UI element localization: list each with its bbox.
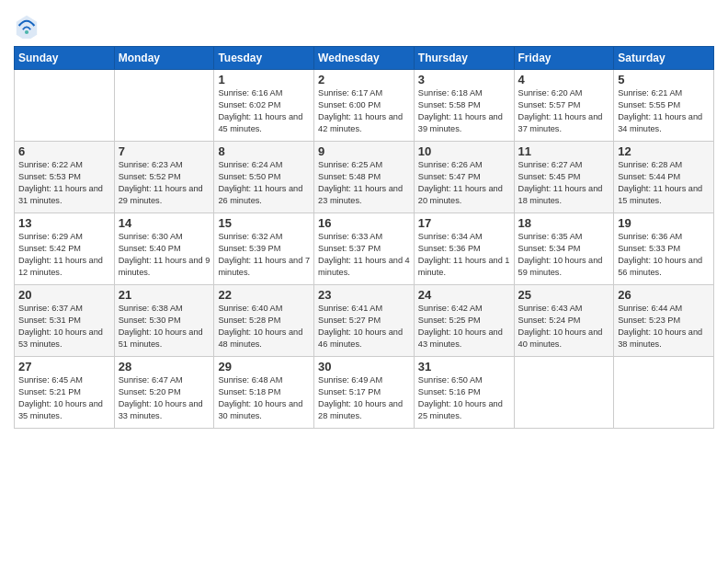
day-number: 14 <box>119 216 210 230</box>
day-info: Sunrise: 6:17 AM Sunset: 6:00 PM Dayligh… <box>318 87 410 135</box>
calendar-table: SundayMondayTuesdayWednesdayThursdayFrid… <box>14 46 714 429</box>
calendar-cell: 28Sunrise: 6:47 AM Sunset: 5:20 PM Dayli… <box>114 357 214 429</box>
calendar-cell: 9Sunrise: 6:25 AM Sunset: 5:48 PM Daylig… <box>314 142 415 213</box>
calendar-cell: 3Sunrise: 6:18 AM Sunset: 5:58 PM Daylig… <box>414 70 514 142</box>
calendar-cell: 14Sunrise: 6:30 AM Sunset: 5:40 PM Dayli… <box>114 213 214 285</box>
calendar-cell: 20Sunrise: 6:37 AM Sunset: 5:31 PM Dayli… <box>15 285 115 357</box>
calendar-cell: 8Sunrise: 6:24 AM Sunset: 5:50 PM Daylig… <box>214 142 314 213</box>
day-number: 22 <box>218 288 310 302</box>
calendar-cell <box>614 357 714 429</box>
day-number: 12 <box>618 144 710 158</box>
day-info: Sunrise: 6:23 AM Sunset: 5:52 PM Dayligh… <box>119 159 210 207</box>
calendar-cell <box>114 70 214 142</box>
day-info: Sunrise: 6:20 AM Sunset: 5:57 PM Dayligh… <box>518 87 610 135</box>
calendar-cell: 12Sunrise: 6:28 AM Sunset: 5:44 PM Dayli… <box>614 142 714 213</box>
calendar-week-5: 27Sunrise: 6:45 AM Sunset: 5:21 PM Dayli… <box>15 357 714 429</box>
day-info: Sunrise: 6:30 AM Sunset: 5:40 PM Dayligh… <box>119 231 210 279</box>
calendar-cell: 6Sunrise: 6:22 AM Sunset: 5:53 PM Daylig… <box>15 142 115 213</box>
day-info: Sunrise: 6:50 AM Sunset: 5:16 PM Dayligh… <box>418 374 510 422</box>
day-number: 2 <box>318 73 410 86</box>
calendar-week-2: 6Sunrise: 6:22 AM Sunset: 5:53 PM Daylig… <box>15 142 714 213</box>
weekday-header-friday: Friday <box>514 47 614 70</box>
weekday-header-monday: Monday <box>114 47 214 70</box>
calendar-cell: 27Sunrise: 6:45 AM Sunset: 5:21 PM Dayli… <box>15 357 115 429</box>
day-info: Sunrise: 6:36 AM Sunset: 5:33 PM Dayligh… <box>618 231 710 279</box>
calendar-cell: 15Sunrise: 6:32 AM Sunset: 5:39 PM Dayli… <box>214 213 314 285</box>
day-info: Sunrise: 6:24 AM Sunset: 5:50 PM Dayligh… <box>218 159 310 207</box>
day-number: 8 <box>218 144 310 158</box>
day-info: Sunrise: 6:45 AM Sunset: 5:21 PM Dayligh… <box>18 374 110 422</box>
calendar-cell: 16Sunrise: 6:33 AM Sunset: 5:37 PM Dayli… <box>314 213 415 285</box>
day-number: 19 <box>618 216 710 230</box>
calendar-week-3: 13Sunrise: 6:29 AM Sunset: 5:42 PM Dayli… <box>15 213 714 285</box>
calendar-cell: 13Sunrise: 6:29 AM Sunset: 5:42 PM Dayli… <box>15 213 115 285</box>
day-info: Sunrise: 6:49 AM Sunset: 5:17 PM Dayligh… <box>318 374 410 422</box>
calendar-cell: 26Sunrise: 6:44 AM Sunset: 5:23 PM Dayli… <box>614 285 714 357</box>
weekday-header-thursday: Thursday <box>414 47 514 70</box>
calendar-cell: 11Sunrise: 6:27 AM Sunset: 5:45 PM Dayli… <box>514 142 614 213</box>
day-number: 31 <box>418 360 510 373</box>
day-number: 1 <box>218 73 310 86</box>
day-info: Sunrise: 6:27 AM Sunset: 5:45 PM Dayligh… <box>518 159 610 207</box>
logo-icon <box>14 13 40 39</box>
calendar-cell: 1Sunrise: 6:16 AM Sunset: 6:02 PM Daylig… <box>214 70 314 142</box>
day-info: Sunrise: 6:42 AM Sunset: 5:25 PM Dayligh… <box>418 303 510 350</box>
day-number: 20 <box>18 288 110 302</box>
weekday-header-wednesday: Wednesday <box>314 47 415 70</box>
weekday-row: SundayMondayTuesdayWednesdayThursdayFrid… <box>15 47 714 70</box>
day-info: Sunrise: 6:21 AM Sunset: 5:55 PM Dayligh… <box>618 87 710 135</box>
day-number: 11 <box>518 144 610 158</box>
calendar-cell: 18Sunrise: 6:35 AM Sunset: 5:34 PM Dayli… <box>514 213 614 285</box>
header <box>14 9 714 39</box>
day-number: 18 <box>518 216 610 230</box>
svg-point-1 <box>25 30 28 34</box>
day-number: 30 <box>318 360 410 373</box>
day-info: Sunrise: 6:29 AM Sunset: 5:42 PM Dayligh… <box>18 231 110 279</box>
page: SundayMondayTuesdayWednesdayThursdayFrid… <box>0 0 728 563</box>
calendar-cell <box>15 70 115 142</box>
calendar-cell: 10Sunrise: 6:26 AM Sunset: 5:47 PM Dayli… <box>414 142 514 213</box>
calendar-cell: 25Sunrise: 6:43 AM Sunset: 5:24 PM Dayli… <box>514 285 614 357</box>
day-info: Sunrise: 6:34 AM Sunset: 5:36 PM Dayligh… <box>418 231 510 279</box>
calendar-cell: 2Sunrise: 6:17 AM Sunset: 6:00 PM Daylig… <box>314 70 415 142</box>
calendar-body: 1Sunrise: 6:16 AM Sunset: 6:02 PM Daylig… <box>15 70 714 429</box>
calendar-cell: 21Sunrise: 6:38 AM Sunset: 5:30 PM Dayli… <box>114 285 214 357</box>
calendar-cell: 19Sunrise: 6:36 AM Sunset: 5:33 PM Dayli… <box>614 213 714 285</box>
calendar-cell: 23Sunrise: 6:41 AM Sunset: 5:27 PM Dayli… <box>314 285 415 357</box>
calendar-header: SundayMondayTuesdayWednesdayThursdayFrid… <box>15 47 714 70</box>
logo <box>14 13 41 39</box>
day-info: Sunrise: 6:35 AM Sunset: 5:34 PM Dayligh… <box>518 231 610 279</box>
day-info: Sunrise: 6:32 AM Sunset: 5:39 PM Dayligh… <box>218 231 310 279</box>
calendar-week-1: 1Sunrise: 6:16 AM Sunset: 6:02 PM Daylig… <box>15 70 714 142</box>
day-number: 4 <box>518 73 610 86</box>
day-number: 27 <box>18 360 110 373</box>
day-info: Sunrise: 6:25 AM Sunset: 5:48 PM Dayligh… <box>318 159 410 207</box>
day-number: 10 <box>418 144 510 158</box>
day-number: 7 <box>119 144 210 158</box>
calendar-cell: 4Sunrise: 6:20 AM Sunset: 5:57 PM Daylig… <box>514 70 614 142</box>
day-number: 9 <box>318 144 410 158</box>
day-number: 15 <box>218 216 310 230</box>
day-info: Sunrise: 6:41 AM Sunset: 5:27 PM Dayligh… <box>318 303 410 350</box>
calendar-week-4: 20Sunrise: 6:37 AM Sunset: 5:31 PM Dayli… <box>15 285 714 357</box>
day-info: Sunrise: 6:26 AM Sunset: 5:47 PM Dayligh… <box>418 159 510 207</box>
day-info: Sunrise: 6:48 AM Sunset: 5:18 PM Dayligh… <box>218 374 310 422</box>
day-number: 13 <box>18 216 110 230</box>
day-info: Sunrise: 6:33 AM Sunset: 5:37 PM Dayligh… <box>318 231 410 279</box>
calendar-cell <box>514 357 614 429</box>
calendar-cell: 5Sunrise: 6:21 AM Sunset: 5:55 PM Daylig… <box>614 70 714 142</box>
day-number: 3 <box>418 73 510 86</box>
calendar-cell: 24Sunrise: 6:42 AM Sunset: 5:25 PM Dayli… <box>414 285 514 357</box>
day-number: 26 <box>618 288 710 302</box>
calendar-cell: 29Sunrise: 6:48 AM Sunset: 5:18 PM Dayli… <box>214 357 314 429</box>
weekday-header-saturday: Saturday <box>614 47 714 70</box>
day-info: Sunrise: 6:44 AM Sunset: 5:23 PM Dayligh… <box>618 303 710 350</box>
day-info: Sunrise: 6:43 AM Sunset: 5:24 PM Dayligh… <box>518 303 610 350</box>
calendar-cell: 7Sunrise: 6:23 AM Sunset: 5:52 PM Daylig… <box>114 142 214 213</box>
day-info: Sunrise: 6:18 AM Sunset: 5:58 PM Dayligh… <box>418 87 510 135</box>
day-info: Sunrise: 6:37 AM Sunset: 5:31 PM Dayligh… <box>18 303 110 350</box>
calendar-cell: 30Sunrise: 6:49 AM Sunset: 5:17 PM Dayli… <box>314 357 415 429</box>
day-info: Sunrise: 6:38 AM Sunset: 5:30 PM Dayligh… <box>119 303 210 350</box>
day-number: 21 <box>119 288 210 302</box>
day-info: Sunrise: 6:40 AM Sunset: 5:28 PM Dayligh… <box>218 303 310 350</box>
